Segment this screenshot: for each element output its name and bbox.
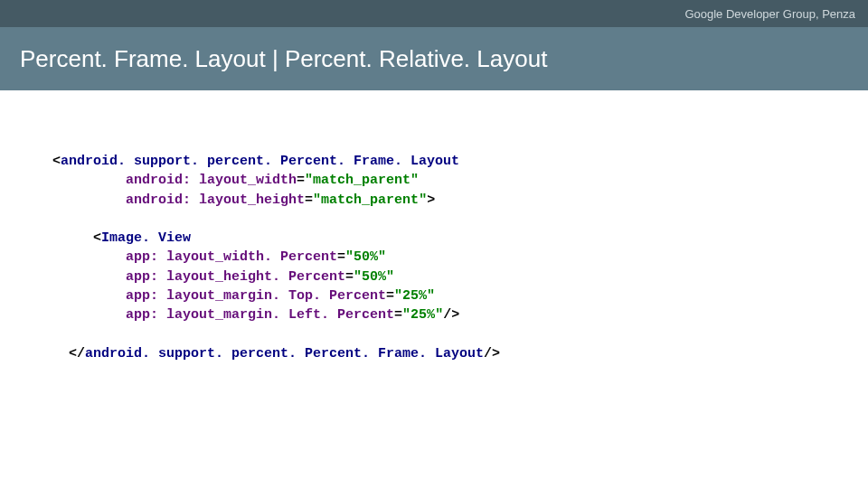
code-attr: app: layout_width. Percent <box>126 249 337 265</box>
code-token: = <box>345 269 354 285</box>
code-token: < <box>93 230 101 246</box>
code-token: = <box>305 192 313 208</box>
code-attr-value: "25%" <box>394 288 435 304</box>
code-token: = <box>386 288 394 304</box>
code-attr: app: layout_height. Percent <box>126 269 345 285</box>
code-attr-value: "50%" <box>354 269 394 285</box>
code-attr-value: "match_parent" <box>305 173 419 188</box>
code-token: </ <box>69 346 85 361</box>
code-attr: app: layout_margin. Left. Percent <box>126 307 394 323</box>
code-tag-close-outer: android. support. percent. Percent. Fram… <box>85 346 484 361</box>
code-block: <android. support. percent. Percent. Fra… <box>52 152 832 363</box>
code-attr: android: layout_height <box>126 192 305 208</box>
code-token: /> <box>484 346 500 361</box>
code-token: > <box>427 192 435 208</box>
code-token: = <box>337 249 345 265</box>
code-tag-open-inner: Image. View <box>101 230 191 246</box>
code-tag-open-outer: android. support. percent. Percent. Fram… <box>61 154 459 169</box>
code-attr: android: layout_width <box>126 173 297 188</box>
code-attr: app: layout_margin. Top. Percent <box>126 288 386 304</box>
top-header-bar: Google Developer Group, Penza <box>0 0 868 27</box>
slide-title-bar: Percent. Frame. Layout | Percent. Relati… <box>0 27 868 90</box>
code-attr-value: "50%" <box>345 249 386 265</box>
code-attr-value: "match_parent" <box>313 192 427 208</box>
slide-title: Percent. Frame. Layout | Percent. Relati… <box>20 45 547 73</box>
code-token: = <box>297 173 305 188</box>
code-token: = <box>394 307 402 323</box>
code-attr-value: "25%" <box>402 307 443 323</box>
code-token: < <box>52 154 61 169</box>
code-token: /> <box>443 307 459 323</box>
org-label: Google Developer Group, Penza <box>684 7 855 21</box>
slide-content: <android. support. percent. Percent. Fra… <box>0 90 868 363</box>
